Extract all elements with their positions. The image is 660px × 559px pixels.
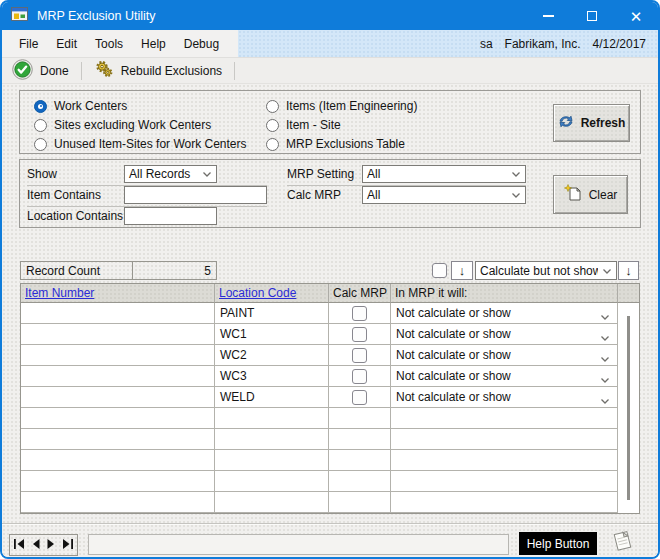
gears-icon: [94, 60, 114, 81]
mrp-setting-label: MRP Setting: [287, 167, 354, 181]
chevron-down-icon: [600, 394, 610, 408]
grid-scrollbar[interactable]: [618, 303, 639, 513]
location-contains-input[interactable]: [124, 207, 217, 225]
location-code-value: WC3: [220, 369, 247, 383]
cell-item-number-empty: [21, 429, 215, 450]
last-record-button[interactable]: [62, 538, 73, 552]
cell-calc-mrp-empty: [329, 429, 391, 450]
calc-mrp-checkbox[interactable]: [352, 327, 367, 342]
show-dropdown[interactable]: All Records: [124, 165, 217, 183]
radio-option-work-centers[interactable]: Work Centers: [34, 99, 247, 113]
radio-icon[interactable]: [34, 100, 47, 113]
calc-mrp-checkbox[interactable]: [352, 348, 367, 363]
radio-icon[interactable]: [266, 100, 279, 113]
cell-in-mrp-dropdown[interactable]: Not calculate or show: [391, 366, 618, 387]
menu-edit[interactable]: Edit: [47, 30, 86, 57]
cell-item-number[interactable]: [21, 366, 215, 387]
cell-item-number-empty: [21, 450, 215, 471]
calc-mrp-dropdown[interactable]: All: [362, 186, 526, 204]
new-page-sparkle-icon: [564, 184, 582, 205]
calc-mrp-value: All: [367, 188, 380, 202]
radio-option-sites-excluding-work-centers[interactable]: Sites excluding Work Centers: [34, 118, 247, 132]
cell-calc-mrp: [329, 387, 391, 408]
radio-option-mrp-exclusions-table[interactable]: MRP Exclusions Table: [266, 137, 417, 151]
cell-in-mrp-dropdown[interactable]: Not calculate or show: [391, 303, 618, 324]
mrp-exclusion-utility-window: MRP Exclusion Utility ✕ FileEditToolsHel…: [0, 0, 660, 559]
cell-in-mrp-dropdown[interactable]: Not calculate or show: [391, 324, 618, 345]
refresh-label: Refresh: [581, 116, 626, 130]
app-icon: [11, 7, 29, 25]
cell-item-number[interactable]: [21, 345, 215, 366]
calc-mrp-checkbox[interactable]: [352, 306, 367, 321]
radio-icon[interactable]: [34, 119, 47, 132]
cell-calc-mrp-empty: [329, 408, 391, 429]
company-name[interactable]: Fabrikam, Inc.: [505, 37, 581, 51]
calc-mrp-checkbox[interactable]: [352, 390, 367, 405]
clear-button[interactable]: Clear: [553, 175, 628, 214]
done-button[interactable]: Done: [8, 59, 73, 83]
cell-in-mrp-empty: [391, 450, 618, 471]
menu-tools[interactable]: Tools: [86, 30, 132, 57]
calc-mrp-filter-label: Calc MRP: [287, 188, 341, 202]
item-contains-input[interactable]: [124, 186, 267, 204]
bulk-action-value: Calculate but not show: [480, 264, 598, 278]
minimize-button[interactable]: [526, 2, 570, 30]
radio-label: Work Centers: [54, 99, 127, 113]
menu-debug[interactable]: Debug: [175, 30, 228, 57]
done-label: Done: [40, 64, 69, 78]
rebuild-exclusions-button[interactable]: Rebuild Exclusions: [90, 60, 226, 81]
refresh-button[interactable]: Refresh: [553, 104, 630, 142]
chevron-down-icon: [511, 167, 521, 181]
view-options-groupbox: Work CentersSites excluding Work Centers…: [19, 90, 641, 154]
radio-icon[interactable]: [266, 138, 279, 151]
system-date[interactable]: 4/12/2017: [593, 37, 646, 51]
bulk-action-dropdown[interactable]: Calculate but not show: [475, 261, 617, 280]
chevron-down-icon: [202, 167, 212, 181]
radio-icon[interactable]: [266, 119, 279, 132]
next-record-button[interactable]: [47, 538, 55, 552]
view-options-column-1: Work CentersSites excluding Work Centers…: [34, 99, 247, 151]
cell-location-code[interactable]: PAINT: [215, 303, 329, 324]
radio-icon[interactable]: [34, 138, 47, 151]
clear-label: Clear: [589, 188, 618, 202]
radio-option-item-site[interactable]: Item - Site: [266, 118, 417, 132]
mrp-setting-value: All: [367, 167, 380, 181]
cell-item-number[interactable]: [21, 324, 215, 345]
close-button[interactable]: ✕: [614, 2, 658, 30]
first-record-button[interactable]: [14, 538, 25, 552]
chevron-down-icon: [600, 373, 610, 387]
in-mrp-value: Not calculate or show: [396, 348, 511, 362]
radio-option-items-item-engineering-[interactable]: Items (Item Engineering): [266, 99, 417, 113]
chevron-down-icon: [600, 331, 610, 345]
bulk-calc-mrp-checkbox[interactable]: [432, 263, 447, 278]
help-button[interactable]: [608, 529, 636, 557]
location-code-value: WC1: [220, 327, 247, 341]
location-code-value: PAINT: [220, 306, 254, 320]
menu-help[interactable]: Help: [132, 30, 175, 57]
record-count-value-cell: 5: [132, 261, 217, 280]
mrp-setting-dropdown[interactable]: All: [362, 165, 526, 183]
location-code-value: WC2: [220, 348, 247, 362]
cell-item-number[interactable]: [21, 303, 215, 324]
cell-item-number[interactable]: [21, 387, 215, 408]
column-header-item-number[interactable]: Item Number: [21, 284, 215, 303]
maximize-button[interactable]: [570, 2, 614, 30]
cell-in-mrp-dropdown[interactable]: Not calculate or show: [391, 345, 618, 366]
in-mrp-value: Not calculate or show: [396, 306, 511, 320]
cell-location-code[interactable]: WC3: [215, 366, 329, 387]
record-navigation: [9, 534, 78, 556]
apply-action-down-button[interactable]: ↓: [618, 261, 639, 280]
down-arrow-icon: ↓: [625, 264, 632, 277]
rebuild-exclusions-label: Rebuild Exclusions: [121, 64, 222, 78]
cell-location-code[interactable]: WC1: [215, 324, 329, 345]
previous-record-button[interactable]: [32, 538, 40, 552]
radio-option-unused-item-sites-for-work-centers[interactable]: Unused Item-Sites for Work Centers: [34, 137, 247, 151]
cell-in-mrp-dropdown[interactable]: Not calculate or show: [391, 387, 618, 408]
menu-file[interactable]: File: [10, 30, 47, 57]
column-header-location-code[interactable]: Location Code: [215, 284, 329, 303]
chevron-down-icon: [600, 352, 610, 366]
cell-location-code[interactable]: WC2: [215, 345, 329, 366]
apply-checkbox-down-button[interactable]: ↓: [451, 261, 473, 280]
cell-location-code[interactable]: WELD: [215, 387, 329, 408]
calc-mrp-checkbox[interactable]: [352, 369, 367, 384]
